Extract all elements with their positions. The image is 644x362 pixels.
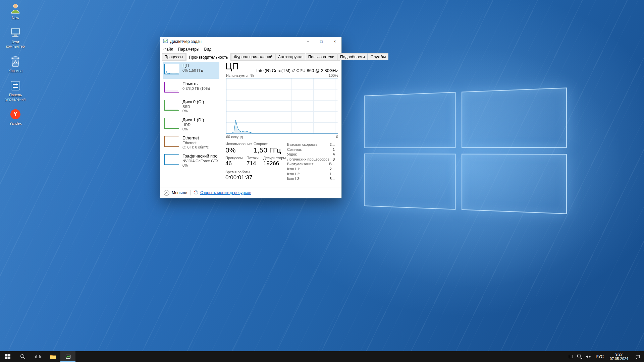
desktop-icon-label: New: [12, 16, 19, 20]
stat-value-uptime: 0:00:01:37: [225, 174, 252, 181]
sidebar-item-disk1[interactable]: Диск 1 (D:) HDD 0%: [163, 116, 219, 133]
windows-logo-pane: [462, 154, 567, 214]
user-folder-icon: [9, 3, 21, 15]
tab-users[interactable]: Пользователи: [306, 53, 337, 60]
task-view-icon: [35, 354, 41, 359]
desktop-icon-label: Корзина: [8, 69, 22, 73]
task-manager-app-icon: [163, 39, 168, 45]
desktop-icon-control-panel[interactable]: Панель управления: [1, 79, 30, 102]
language-indicator[interactable]: РУС: [593, 351, 607, 362]
stat-label: Потоки: [247, 156, 259, 160]
action-center-icon: [635, 354, 640, 359]
clock[interactable]: 9:27 07.05.2024: [607, 351, 631, 362]
resource-monitor-icon: [194, 190, 198, 196]
cpu-usage-chart: [226, 78, 338, 134]
tab-services[interactable]: Службы: [368, 53, 388, 60]
tray-network-button[interactable]: [575, 351, 584, 362]
volume-icon: [586, 354, 591, 359]
tab-details[interactable]: Подробности: [337, 53, 368, 60]
search-icon: [20, 354, 25, 359]
yandex-icon: Y: [9, 108, 21, 120]
memory-mini-chart: [164, 82, 179, 93]
desktop-icon-yandex[interactable]: Y Yandex: [1, 108, 30, 126]
window-title: Диспетчер задач: [170, 39, 202, 44]
stat-value-handles: 19266: [263, 160, 279, 167]
desktop-icon-label: Этот компьютер: [2, 40, 29, 49]
task-manager-window: Диспетчер задач − □ × Файл Параметры Вид…: [160, 37, 342, 198]
menu-view[interactable]: Вид: [202, 46, 214, 52]
sidebar-item-cpu[interactable]: ЦП 0% 1,50 ГГц: [163, 62, 219, 79]
disk0-mini-chart: [164, 100, 179, 111]
sidebar-item-ethernet[interactable]: Ethernet Ethernet О: 0 П: 0 кбит/с: [163, 134, 219, 151]
cpu-panel: ЦП Intel(R) Core(TM) i7 CPU 860 @ 2.80GH…: [223, 61, 338, 187]
chart-y-label: Используется %: [226, 73, 254, 77]
windows-logo-icon: [5, 354, 10, 359]
chart-x-left: 60 секунд: [226, 135, 243, 139]
tab-startup[interactable]: Автозагрузка: [275, 53, 305, 60]
stat-label: Использование: [225, 142, 252, 146]
tab-strip: Процессы Производительность Журнал прило…: [162, 53, 340, 61]
tab-processes[interactable]: Процессы: [162, 53, 186, 60]
stat-value-usage: 0%: [225, 146, 235, 154]
file-explorer-button[interactable]: [45, 351, 60, 362]
gpu-mini-chart: [164, 154, 179, 165]
close-button[interactable]: ×: [328, 37, 341, 46]
stat-label: Скорость: [254, 142, 270, 146]
cpu-heading: ЦП: [225, 61, 238, 71]
tab-app-history[interactable]: Журнал приложений: [231, 53, 275, 60]
windows-logo-pane: [462, 87, 567, 148]
windows-logo-pane: [364, 154, 455, 210]
task-manager-icon: [65, 354, 71, 359]
file-explorer-icon: [50, 354, 56, 359]
open-resource-monitor-link[interactable]: Открыть монитор ресурсов: [194, 190, 251, 196]
tray-volume-button[interactable]: [584, 351, 593, 362]
desktop-icon-this-pc[interactable]: Этот компьютер: [1, 26, 30, 49]
menu-bar: Файл Параметры Вид: [161, 46, 341, 53]
sidebar-item-memory[interactable]: Память 0,8/8,0 ГБ (10%): [163, 80, 219, 97]
menu-file[interactable]: Файл: [161, 46, 176, 52]
sidebar-item-gpu[interactable]: Графический про NVIDIA GeForce GTX 660 0…: [163, 153, 219, 169]
ethernet-mini-chart: [164, 136, 179, 147]
network-icon: [577, 354, 582, 359]
titlebar[interactable]: Диспетчер задач − □ ×: [160, 37, 341, 46]
task-view-button[interactable]: [30, 351, 45, 362]
cpu-mini-chart: [164, 64, 179, 74]
cpu-details: Базовая скорость:2... Сокетов:1 Ядра:4 Л…: [287, 142, 335, 181]
stat-label: Время работы: [225, 170, 250, 174]
minimize-button[interactable]: −: [301, 37, 315, 46]
chevron-up-icon: [164, 190, 169, 196]
maximize-button[interactable]: □: [315, 37, 328, 46]
desktop-icon-recycle-bin[interactable]: Корзина: [1, 55, 30, 74]
window-footer: Меньше Открыть монитор ресурсов: [160, 187, 341, 198]
windows-logo-pane: [364, 92, 455, 148]
cpu-model: Intel(R) Core(TM) i7 CPU 860 @ 2.80GHz: [256, 68, 338, 73]
taskbar: РУС 9:27 07.05.2024: [0, 351, 644, 362]
disk1-mini-chart: [164, 118, 179, 129]
cpu-stats: Использование 0% Скорость 1,50 ГГц Проце…: [223, 142, 286, 187]
menu-options[interactable]: Параметры: [176, 46, 202, 52]
tab-performance[interactable]: Производительность: [186, 53, 230, 61]
clock-date: 07.05.2024: [610, 357, 628, 361]
stat-value-processes: 46: [225, 160, 232, 167]
footer-divider: [190, 190, 191, 195]
computer-icon: [9, 27, 21, 39]
performance-sidebar: ЦП 0% 1,50 ГГц Память 0,8/8,0 ГБ (10%) Д…: [163, 62, 219, 185]
fewer-details-button[interactable]: Меньше: [164, 190, 187, 196]
stat-value-speed: 1,50 ГГц: [254, 146, 281, 154]
task-manager-taskbar-button[interactable]: [60, 351, 75, 362]
desktop-icon-list: New Этот компьютер Корзина: [1, 2, 30, 126]
desktop-icon-label: Yandex: [9, 121, 22, 126]
system-tray: РУС 9:27 07.05.2024: [567, 351, 644, 362]
tray-app-window-button[interactable]: [567, 351, 575, 362]
recycle-bin-icon: [9, 56, 21, 68]
stat-label: Дескрипторы: [263, 156, 286, 160]
chart-x-right: 0: [336, 135, 338, 139]
windows-logo-wallpaper: [364, 87, 567, 214]
action-center-button[interactable]: [631, 351, 644, 362]
app-window-icon: [569, 354, 573, 359]
start-button[interactable]: [0, 351, 15, 362]
clock-time: 9:27: [610, 352, 628, 357]
search-button[interactable]: [15, 351, 30, 362]
desktop-icon-new[interactable]: New: [1, 2, 30, 21]
sidebar-item-disk0[interactable]: Диск 0 (C:) SSD 0%: [163, 98, 219, 115]
